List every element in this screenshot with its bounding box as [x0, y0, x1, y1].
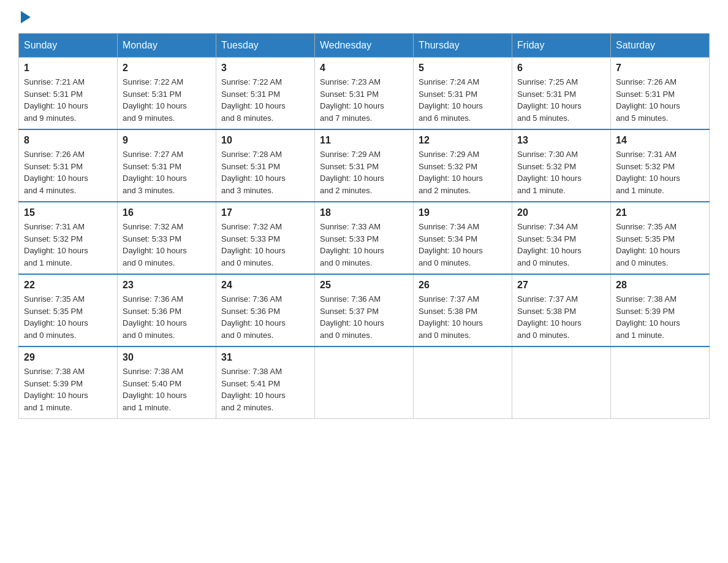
day-number: 18	[320, 207, 408, 218]
day-number: 24	[221, 280, 309, 291]
day-number: 4	[320, 63, 408, 74]
day-info: Sunrise: 7:31 AMSunset: 5:32 PMDaylight:…	[616, 148, 704, 196]
day-number: 17	[221, 207, 309, 218]
day-number: 2	[123, 63, 211, 74]
day-number: 21	[616, 207, 704, 218]
day-number: 11	[320, 135, 408, 146]
calendar-header-wednesday: Wednesday	[315, 34, 414, 58]
calendar-cell: 29 Sunrise: 7:38 AMSunset: 5:39 PMDaylig…	[19, 347, 118, 419]
calendar-cell: 21 Sunrise: 7:35 AMSunset: 5:35 PMDaylig…	[611, 202, 710, 274]
calendar-cell: 24 Sunrise: 7:36 AMSunset: 5:36 PMDaylig…	[216, 274, 315, 347]
day-info: Sunrise: 7:25 AMSunset: 5:31 PMDaylight:…	[517, 76, 605, 124]
calendar-header-monday: Monday	[118, 34, 216, 58]
day-info: Sunrise: 7:38 AMSunset: 5:39 PMDaylight:…	[24, 366, 112, 413]
calendar-week-row: 1 Sunrise: 7:21 AMSunset: 5:31 PMDayligh…	[19, 58, 710, 130]
calendar-cell: 27 Sunrise: 7:37 AMSunset: 5:38 PMDaylig…	[512, 274, 611, 347]
day-info: Sunrise: 7:31 AMSunset: 5:32 PMDaylight:…	[24, 221, 112, 269]
day-number: 29	[24, 352, 112, 363]
calendar-cell: 20 Sunrise: 7:34 AMSunset: 5:34 PMDaylig…	[512, 202, 611, 274]
day-info: Sunrise: 7:34 AMSunset: 5:34 PMDaylight:…	[517, 221, 605, 269]
day-number: 12	[419, 135, 507, 146]
day-number: 6	[517, 63, 605, 74]
calendar-cell: 1 Sunrise: 7:21 AMSunset: 5:31 PMDayligh…	[19, 58, 118, 130]
day-info: Sunrise: 7:21 AMSunset: 5:31 PMDaylight:…	[24, 76, 112, 124]
day-info: Sunrise: 7:38 AMSunset: 5:41 PMDaylight:…	[221, 366, 309, 413]
calendar-week-row: 29 Sunrise: 7:38 AMSunset: 5:39 PMDaylig…	[19, 347, 710, 419]
calendar-cell: 7 Sunrise: 7:26 AMSunset: 5:31 PMDayligh…	[611, 58, 710, 130]
calendar-cell: 3 Sunrise: 7:22 AMSunset: 5:31 PMDayligh…	[216, 58, 315, 130]
calendar-header-thursday: Thursday	[414, 34, 512, 58]
page-header	[18, 12, 710, 21]
calendar-cell: 12 Sunrise: 7:29 AMSunset: 5:32 PMDaylig…	[414, 129, 512, 202]
calendar-cell: 17 Sunrise: 7:32 AMSunset: 5:33 PMDaylig…	[216, 202, 315, 274]
day-info: Sunrise: 7:26 AMSunset: 5:31 PMDaylight:…	[616, 76, 704, 124]
calendar-header-friday: Friday	[512, 34, 611, 58]
calendar-cell: 15 Sunrise: 7:31 AMSunset: 5:32 PMDaylig…	[19, 202, 118, 274]
calendar-week-row: 22 Sunrise: 7:35 AMSunset: 5:35 PMDaylig…	[19, 274, 710, 347]
calendar-cell: 8 Sunrise: 7:26 AMSunset: 5:31 PMDayligh…	[19, 129, 118, 202]
day-info: Sunrise: 7:38 AMSunset: 5:39 PMDaylight:…	[616, 293, 704, 341]
day-info: Sunrise: 7:26 AMSunset: 5:31 PMDaylight:…	[24, 148, 112, 196]
day-number: 14	[616, 135, 704, 146]
day-number: 22	[24, 280, 112, 291]
day-info: Sunrise: 7:32 AMSunset: 5:33 PMDaylight:…	[221, 221, 309, 269]
day-info: Sunrise: 7:27 AMSunset: 5:31 PMDaylight:…	[123, 148, 211, 196]
calendar-cell: 2 Sunrise: 7:22 AMSunset: 5:31 PMDayligh…	[118, 58, 216, 130]
day-number: 16	[123, 207, 211, 218]
day-number: 5	[419, 63, 507, 74]
day-info: Sunrise: 7:35 AMSunset: 5:35 PMDaylight:…	[24, 293, 112, 341]
day-number: 20	[517, 207, 605, 218]
calendar-cell: 11 Sunrise: 7:29 AMSunset: 5:31 PMDaylig…	[315, 129, 414, 202]
calendar-cell: 26 Sunrise: 7:37 AMSunset: 5:38 PMDaylig…	[414, 274, 512, 347]
day-info: Sunrise: 7:37 AMSunset: 5:38 PMDaylight:…	[517, 293, 605, 341]
calendar-cell: 28 Sunrise: 7:38 AMSunset: 5:39 PMDaylig…	[611, 274, 710, 347]
calendar-cell: 6 Sunrise: 7:25 AMSunset: 5:31 PMDayligh…	[512, 58, 611, 130]
calendar-header-row: SundayMondayTuesdayWednesdayThursdayFrid…	[19, 34, 710, 58]
day-info: Sunrise: 7:34 AMSunset: 5:34 PMDaylight:…	[419, 221, 507, 269]
calendar-header-sunday: Sunday	[19, 34, 118, 58]
calendar-cell: 22 Sunrise: 7:35 AMSunset: 5:35 PMDaylig…	[19, 274, 118, 347]
day-number: 15	[24, 207, 112, 218]
day-number: 31	[221, 352, 309, 363]
day-number: 13	[517, 135, 605, 146]
calendar-cell	[512, 347, 611, 419]
day-number: 10	[221, 135, 309, 146]
calendar-week-row: 8 Sunrise: 7:26 AMSunset: 5:31 PMDayligh…	[19, 129, 710, 202]
day-number: 23	[123, 280, 211, 291]
day-number: 27	[517, 280, 605, 291]
day-info: Sunrise: 7:37 AMSunset: 5:38 PMDaylight:…	[419, 293, 507, 341]
calendar-cell: 5 Sunrise: 7:24 AMSunset: 5:31 PMDayligh…	[414, 58, 512, 130]
calendar-cell: 10 Sunrise: 7:28 AMSunset: 5:31 PMDaylig…	[216, 129, 315, 202]
day-info: Sunrise: 7:36 AMSunset: 5:36 PMDaylight:…	[221, 293, 309, 341]
calendar-cell: 16 Sunrise: 7:32 AMSunset: 5:33 PMDaylig…	[118, 202, 216, 274]
day-number: 1	[24, 63, 112, 74]
calendar-cell: 25 Sunrise: 7:36 AMSunset: 5:37 PMDaylig…	[315, 274, 414, 347]
day-info: Sunrise: 7:22 AMSunset: 5:31 PMDaylight:…	[221, 76, 309, 124]
calendar-cell	[315, 347, 414, 419]
calendar-cell: 9 Sunrise: 7:27 AMSunset: 5:31 PMDayligh…	[118, 129, 216, 202]
calendar-cell: 31 Sunrise: 7:38 AMSunset: 5:41 PMDaylig…	[216, 347, 315, 419]
day-number: 3	[221, 63, 309, 74]
calendar-cell: 19 Sunrise: 7:34 AMSunset: 5:34 PMDaylig…	[414, 202, 512, 274]
day-info: Sunrise: 7:36 AMSunset: 5:36 PMDaylight:…	[123, 293, 211, 341]
calendar-header-tuesday: Tuesday	[216, 34, 315, 58]
calendar-cell: 18 Sunrise: 7:33 AMSunset: 5:33 PMDaylig…	[315, 202, 414, 274]
day-info: Sunrise: 7:35 AMSunset: 5:35 PMDaylight:…	[616, 221, 704, 269]
calendar-cell: 13 Sunrise: 7:30 AMSunset: 5:32 PMDaylig…	[512, 129, 611, 202]
calendar-header-saturday: Saturday	[611, 34, 710, 58]
calendar-week-row: 15 Sunrise: 7:31 AMSunset: 5:32 PMDaylig…	[19, 202, 710, 274]
logo-arrow-icon	[21, 11, 31, 23]
day-number: 30	[123, 352, 211, 363]
day-info: Sunrise: 7:24 AMSunset: 5:31 PMDaylight:…	[419, 76, 507, 124]
day-number: 19	[419, 207, 507, 218]
calendar-cell	[414, 347, 512, 419]
day-info: Sunrise: 7:22 AMSunset: 5:31 PMDaylight:…	[123, 76, 211, 124]
day-info: Sunrise: 7:32 AMSunset: 5:33 PMDaylight:…	[123, 221, 211, 269]
day-number: 8	[24, 135, 112, 146]
calendar-cell: 23 Sunrise: 7:36 AMSunset: 5:36 PMDaylig…	[118, 274, 216, 347]
day-info: Sunrise: 7:30 AMSunset: 5:32 PMDaylight:…	[517, 148, 605, 196]
calendar-table: SundayMondayTuesdayWednesdayThursdayFrid…	[18, 33, 710, 419]
calendar-cell: 14 Sunrise: 7:31 AMSunset: 5:32 PMDaylig…	[611, 129, 710, 202]
calendar-cell: 30 Sunrise: 7:38 AMSunset: 5:40 PMDaylig…	[118, 347, 216, 419]
calendar-cell	[611, 347, 710, 419]
